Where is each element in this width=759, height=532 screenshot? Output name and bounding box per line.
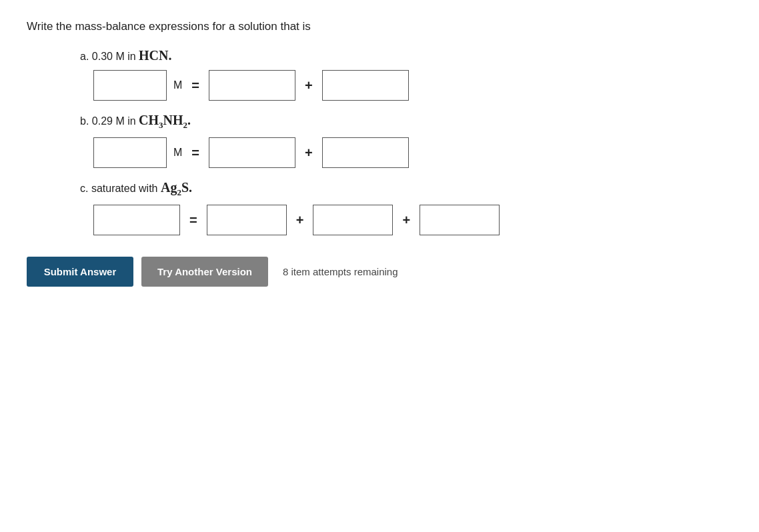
question-header: Write the mass-balance expressions for a…: [27, 20, 732, 33]
submit-answer-button[interactable]: Submit Answer: [27, 257, 133, 287]
part-b-right1-input[interactable]: [209, 137, 295, 168]
part-b-m-label: M: [173, 147, 182, 159]
try-another-version-button[interactable]: Try Another Version: [141, 257, 268, 287]
part-c-equals: =: [187, 213, 200, 228]
part-a-equals: =: [189, 78, 202, 93]
part-c-left-input[interactable]: [93, 205, 180, 235]
part-c-equation: = + +: [93, 205, 732, 235]
part-c-right2-input[interactable]: [313, 205, 393, 235]
part-c-right1-input[interactable]: [207, 205, 287, 235]
part-a-m-label: M: [173, 79, 182, 91]
part-b: b. 0.29 M in CH3NH2. M = +: [80, 113, 732, 168]
part-a-plus: +: [302, 78, 315, 93]
part-b-equals: =: [189, 145, 202, 161]
part-a-equation: M = +: [93, 70, 732, 101]
part-b-right2-input[interactable]: [322, 137, 409, 168]
part-a-right1-input[interactable]: [209, 70, 295, 101]
attempts-remaining-text: 8 item attempts remaining: [283, 266, 398, 277]
part-c: c. saturated with Ag2S. = + +: [80, 180, 732, 235]
part-b-prefix: b. 0.29 M in: [80, 115, 139, 127]
part-c-chemical: Ag2S.: [161, 180, 192, 195]
part-a-chemical: HCN.: [139, 48, 171, 63]
part-a: a. 0.30 M in HCN. M = +: [80, 48, 732, 101]
part-c-plus2: +: [400, 213, 413, 228]
part-c-prefix: c. saturated with: [80, 183, 161, 194]
part-b-chemical: CH3NH2.: [139, 113, 191, 127]
part-a-prefix: a. 0.30 M in: [80, 51, 139, 62]
part-a-left-input[interactable]: [93, 70, 167, 101]
part-b-label: b. 0.29 M in CH3NH2.: [80, 113, 732, 131]
buttons-row: Submit Answer Try Another Version 8 item…: [27, 257, 732, 287]
part-b-plus: +: [302, 145, 315, 161]
part-c-label: c. saturated with Ag2S.: [80, 180, 732, 198]
part-a-right2-input[interactable]: [322, 70, 409, 101]
part-b-equation: M = +: [93, 137, 732, 168]
part-c-right3-input[interactable]: [420, 205, 500, 235]
part-b-left-input[interactable]: [93, 137, 167, 168]
part-c-plus1: +: [293, 213, 307, 228]
part-a-label: a. 0.30 M in HCN.: [80, 48, 732, 63]
